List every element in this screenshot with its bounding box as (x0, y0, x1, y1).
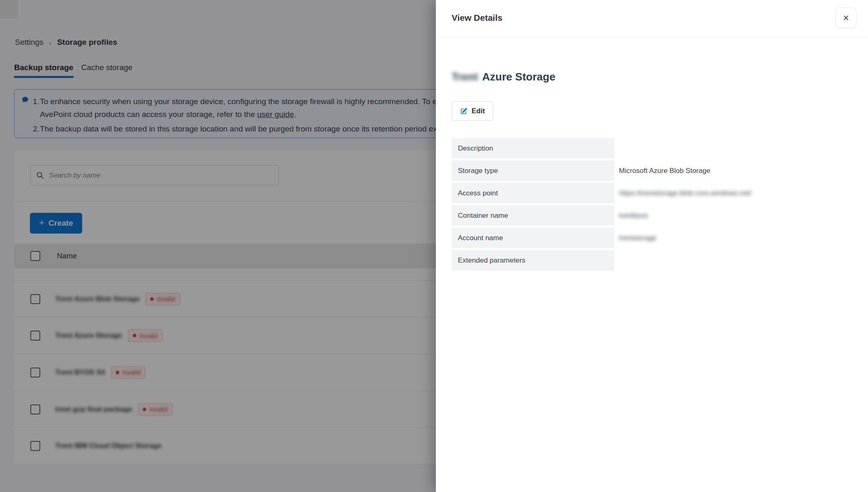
close-icon: ✕ (843, 13, 849, 23)
field-value-redacted: trentbyos (614, 212, 648, 220)
panel-header: View Details ✕ (436, 0, 868, 37)
field-label: Storage type (452, 161, 614, 181)
edit-button[interactable]: Edit (452, 101, 493, 121)
field-label: Account name (452, 228, 614, 248)
field-row-description: Description (452, 138, 850, 158)
view-details-panel: View Details ✕ Trent Azure Storage Edit … (436, 0, 868, 492)
field-label: Access point (452, 183, 614, 203)
field-label: Extended parameters (452, 250, 614, 270)
record-title: Trent Azure Storage (452, 71, 555, 83)
record-title-text: Azure Storage (482, 71, 555, 83)
field-row-account-name: Account name trentstorage (452, 228, 850, 248)
details-table: Description Storage type Microsoft Azure… (452, 138, 850, 270)
field-row-container-name: Container name trentbyos (452, 205, 850, 226)
field-value-redacted: trentstorage (614, 234, 657, 242)
field-row-storage-type: Storage type Microsoft Azure Blob Storag… (452, 161, 850, 181)
record-title-redacted: Trent (452, 71, 478, 83)
field-label: Description (452, 138, 614, 158)
field-label: Container name (452, 205, 614, 226)
field-row-extended-parameters: Extended parameters (452, 250, 850, 270)
field-value-redacted: https://trentstorage.blob.core.windows.n… (614, 189, 751, 197)
edit-pencil-icon (460, 107, 467, 115)
edit-button-label: Edit (472, 107, 485, 115)
close-button[interactable]: ✕ (836, 7, 856, 28)
panel-title: View Details (452, 13, 502, 23)
field-value: Microsoft Azure Blob Storage (614, 167, 710, 175)
field-row-access-point: Access point https://trentstorage.blob.c… (452, 183, 850, 203)
